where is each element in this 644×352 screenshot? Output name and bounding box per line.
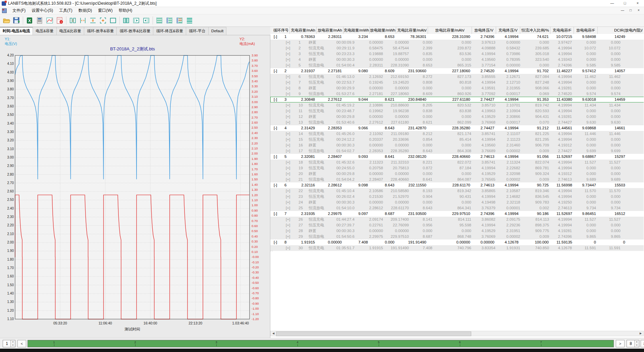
step-row[interactable]: [+]22恒流充电01:45:10.42.10586210.585808.193… <box>270 188 644 194</box>
table-view1-icon[interactable] <box>154 15 164 26</box>
cycle-row[interactable]: [-]52.320812.284079.0938.641232.08120228… <box>270 154 644 160</box>
step-row[interactable]: [+]9恒流放电01:53:27.62.27181227.180608.6098… <box>270 91 644 97</box>
tab-3[interactable]: 循环-效率&容量 <box>84 27 117 35</box>
mdi-minimize-button[interactable]: — <box>619 7 627 14</box>
menu-item-D[interactable]: 数据(D) <box>75 8 95 13</box>
column-header-0[interactable]: 循环序号 <box>272 27 290 34</box>
minimize-button[interactable]: — <box>606 0 619 7</box>
tab-5[interactable]: 循环-终压&容量 <box>153 27 186 35</box>
save-icon[interactable] <box>11 15 21 26</box>
menu-item-T[interactable]: 工具(T) <box>56 8 75 13</box>
menu-item-W[interactable]: 窗口(W) <box>95 8 115 13</box>
cycle-row[interactable]: [-]72.319352.299759.0978.687231.93500229… <box>270 211 644 217</box>
step-row[interactable]: [+]21恒流放电01:54:04.22.28407228.406608.641… <box>270 177 644 182</box>
table-horizontal-scrollbar[interactable]: ◀ ▶ <box>270 331 644 336</box>
step-row[interactable]: [+]4静置00:00:30.30.000000.000000.0000.000… <box>270 57 644 62</box>
last-page-button[interactable]: >> <box>641 340 644 347</box>
calculator-icon[interactable] <box>35 15 45 26</box>
report-icon[interactable]: i <box>55 15 65 26</box>
spin-up-icon[interactable]: ▲ <box>11 340 15 344</box>
menu-item-S[interactable]: 设置中心(S) <box>29 8 56 13</box>
step-row[interactable]: [+]19恒压充电00:24:55.00.2075820.758130.8728… <box>270 165 644 171</box>
step-row[interactable]: [+]20静置00:00:29.80.000000.000000.0000.00… <box>270 171 644 177</box>
step-row[interactable]: [+]29恒流放电01:54:50.62.29975229.975108.687… <box>270 234 644 239</box>
menu-item-F[interactable]: 文件(F) <box>9 8 29 13</box>
fit-vertical-icon[interactable] <box>88 15 98 26</box>
step-row[interactable]: [+]7恒压充电00:22:53.70.1924519.245200.80880… <box>270 80 644 85</box>
step-row[interactable]: [+]15恒压充电00:24:12.20.2033720.336960.8548… <box>270 137 644 142</box>
close-button[interactable]: × <box>631 0 644 7</box>
prev-page-button[interactable]: < <box>17 340 26 347</box>
column-header-9[interactable]: 恒流冲入比例/% <box>520 27 550 34</box>
chart-plot[interactable]: 4.204.104.003.903.803.703.603.503.403.30… <box>0 35 270 338</box>
open-file-icon[interactable] <box>1 15 11 26</box>
step-row[interactable]: [+]28静置00:00:30.30.000000.000000.0000.00… <box>270 228 644 234</box>
step-row[interactable]: [+]11恒压充电00:23:48.70.1996219.962380.8388… <box>270 108 644 114</box>
mdi-restore-button[interactable]: □ <box>627 7 635 14</box>
maximize-button[interactable]: □ <box>619 0 631 7</box>
pager-progress-track[interactable]: 1234567 <box>28 340 614 347</box>
cycle-row[interactable]: [-]32.308482.276129.0448.621230.84840227… <box>270 97 644 102</box>
zoom-restore-icon[interactable] <box>98 15 108 26</box>
step-row[interactable]: [+]16静置00:00:30.30.000000.000000.0000.00… <box>270 142 644 148</box>
mdi-close-button[interactable]: × <box>635 7 643 14</box>
fit-horizontal-icon[interactable] <box>78 15 88 26</box>
scrollbar-thumb[interactable] <box>276 332 471 336</box>
step-row[interactable]: [+]8静置00:00:29.90.000000.000000.0000.000… <box>270 85 644 91</box>
spin-up-icon[interactable]: ▲ <box>635 340 639 344</box>
tab-1[interactable]: 电压&容量 <box>33 27 57 35</box>
cycle-row[interactable]: [-]10.783632.283113.2348.65378.36301228.… <box>270 34 644 40</box>
page-start-spinner[interactable]: 1 ▲▼ <box>3 340 15 347</box>
step-row[interactable]: [+]26恒流充电01:44:27.42.09174209.174008.141… <box>270 217 644 222</box>
cycle-row[interactable]: [-]62.321162.286129.0988.643232.11550228… <box>270 182 644 188</box>
column-header-1[interactable]: 充电容量/mAh <box>290 27 317 34</box>
step-row[interactable]: [+]5恒流放电01:54:00.42.28311228.310908.6538… <box>270 62 644 68</box>
column-header-8[interactable]: 充电终压/V <box>496 27 520 34</box>
step-row[interactable]: [+]18恒流充电01:45:32.62.11323211.323108.221… <box>270 160 644 165</box>
panel-right-icon[interactable] <box>141 15 151 26</box>
scroll-left-arrow[interactable]: ◀ <box>271 331 276 336</box>
column-header-5[interactable]: 充电比容量/mAh/ <box>396 27 428 34</box>
column-header-11[interactable]: 放电电容/F <box>574 27 598 34</box>
step-row[interactable]: [+]6恒流充电01:46:13.02.12692212.691508.2728… <box>270 74 644 80</box>
step-row[interactable]: [+]14恒流充电01:45:26.02.11092211.091808.212… <box>270 131 644 137</box>
table-view2-icon[interactable] <box>164 15 174 26</box>
step-row[interactable]: [+]12静置00:00:29.80.000000.000000.0000.00… <box>270 114 644 120</box>
step-row[interactable]: [+]24静置00:00:30.30.000000.000000.0000.00… <box>270 200 644 205</box>
curve-editor-icon[interactable] <box>45 15 55 26</box>
tab-2[interactable]: 电压&比容量 <box>57 27 84 35</box>
step-row[interactable]: [+]3恒压充电00:23:23.30.1988819.887570.83583… <box>270 51 644 57</box>
step-row[interactable]: [+]10恒流充电01:45:19.22.10886210.886008.205… <box>270 102 644 108</box>
step-row[interactable]: [+]1静置00:00:09.90.000000.000000.0000.000… <box>270 40 644 45</box>
column-header-3[interactable]: 充电能量/mWh <box>343 27 370 34</box>
table-view4-icon[interactable] <box>184 15 195 26</box>
step-row[interactable]: [+]23恒压充电00:26:02.40.2153021.529700.9049… <box>270 194 644 200</box>
column-header-2[interactable]: 放电容量/mAh <box>317 27 343 34</box>
full-view-icon[interactable] <box>108 15 118 26</box>
step-row[interactable]: [+]2恒流充电00:29:11.90.5847558.475442.39923… <box>270 45 644 51</box>
step-row[interactable]: [+]17恒流放电01:54:02.72.28353228.352808.643… <box>270 148 644 154</box>
scroll-right-arrow[interactable]: ▶ <box>638 331 643 336</box>
menu-item-H[interactable]: 帮助(H) <box>116 8 136 13</box>
column-header-12[interactable]: DCIR(放电内阻)/ <box>598 27 644 34</box>
split-vertical-icon[interactable] <box>68 15 78 26</box>
cycle-row[interactable]: [-]42.314292.283539.0668.643231.42870228… <box>270 125 644 131</box>
panel-left-icon[interactable] <box>131 15 141 26</box>
cycle-row[interactable]: [-]81.919150.000007.4080.000191.914900.0… <box>270 239 644 245</box>
step-row[interactable]: [+]27恒压充电00:27:39.70.2276122.760990.9569… <box>270 222 644 228</box>
tab-4[interactable]: 循环-效率&比容量 <box>117 27 153 35</box>
tab-7[interactable]: Default <box>209 27 226 35</box>
tab-0[interactable]: 时间-电压&电流 <box>0 27 33 35</box>
step-row[interactable]: [+]25恒流放电01:54:10.02.28612228.611708.643… <box>270 205 644 211</box>
spin-down-icon[interactable]: ▼ <box>11 344 15 347</box>
column-header-10[interactable]: 充电电容/F <box>550 27 574 34</box>
tab-6[interactable]: 循环-平台 <box>186 27 209 35</box>
step-row[interactable]: [+]30恒流充电01:35:51.71.91915191.914907.408… <box>270 245 644 251</box>
next-page-button[interactable]: > <box>616 340 625 347</box>
column-header-6[interactable]: 放电比容量/mAh/ <box>428 27 472 34</box>
column-header-7[interactable]: 放电终压/V <box>472 27 496 34</box>
column-header-4[interactable]: 放电能量/mWh <box>370 27 396 34</box>
two-panel-icon[interactable] <box>121 15 131 26</box>
cycle-row[interactable]: [-]22.319372.271819.0808.609231.93660227… <box>270 68 644 74</box>
page-end-spinner[interactable]: 8 ▲▼ <box>627 340 639 347</box>
